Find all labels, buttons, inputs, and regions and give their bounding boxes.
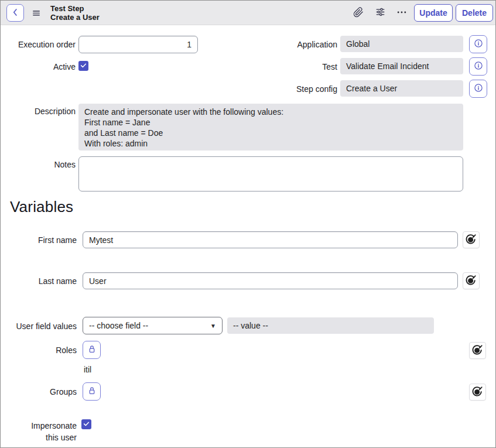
data-pill-toggle-icon: [465, 274, 477, 288]
info-icon: [473, 60, 484, 73]
step-config-label: Step config: [247, 84, 337, 94]
record-type-title: Test Step: [50, 4, 100, 13]
user-field-select[interactable]: -- choose field -- ▼: [83, 317, 223, 334]
context-menu-button[interactable]: [30, 7, 43, 20]
update-button[interactable]: Update: [414, 4, 453, 22]
info-icon: [473, 82, 484, 95]
step-config-value: Create a User: [340, 80, 463, 97]
lock-icon: [86, 385, 98, 398]
data-pill-toggle-icon: [471, 344, 484, 358]
last-name-input[interactable]: [83, 272, 458, 289]
last-name-label: Last name: [1, 276, 77, 286]
hamburger-icon: [31, 8, 42, 20]
groups-lock-button[interactable]: [83, 382, 101, 401]
first-name-data-pill-toggle-button[interactable]: [463, 231, 480, 248]
step-config-reference-info-button[interactable]: [469, 80, 487, 98]
application-label: Application: [247, 40, 337, 50]
test-label: Test: [247, 62, 337, 72]
groups-label: Groups: [1, 387, 77, 397]
info-icon: [473, 37, 484, 51]
test-value: Validate Email Incident: [340, 58, 463, 74]
last-name-data-pill-toggle-button[interactable]: [463, 272, 480, 289]
description-value: Create and impersonate user with the fol…: [78, 104, 463, 151]
roles-label: Roles: [1, 346, 77, 355]
checkmark-icon: [83, 419, 90, 430]
attachment-button[interactable]: [352, 6, 365, 19]
lock-icon: [86, 343, 98, 357]
first-name-label: First name: [1, 235, 77, 245]
paperclip-icon: [353, 7, 364, 19]
first-name-input[interactable]: [83, 231, 458, 248]
checkmark-icon: [80, 61, 87, 71]
impersonate-this-user-checkbox[interactable]: [81, 419, 91, 429]
data-pill-toggle-icon: [465, 233, 477, 247]
ellipsis-icon: [396, 6, 408, 20]
form-header: Test Step Create a User: [1, 1, 495, 25]
description-label: Description: [1, 107, 76, 117]
sliders-icon: [375, 6, 386, 19]
application-value: Global: [340, 36, 463, 52]
roles-data-pill-toggle-button[interactable]: [469, 342, 486, 359]
more-options-button[interactable]: [395, 6, 408, 19]
data-pill-toggle-icon: [471, 385, 484, 399]
execution-order-label: Execution order: [1, 40, 76, 50]
roles-lock-button[interactable]: [83, 341, 101, 359]
delete-button[interactable]: Delete: [456, 4, 493, 22]
notes-label: Notes: [1, 160, 76, 170]
user-field-value-placeholder: -- value --: [227, 317, 434, 334]
user-field-values-label: User field values: [1, 322, 77, 331]
notes-textarea[interactable]: [78, 156, 463, 191]
active-checkbox[interactable]: [78, 61, 88, 71]
variables-section-heading: Variables: [10, 198, 73, 216]
user-field-select-value: -- choose field --: [89, 321, 148, 330]
chevron-down-icon: ▼: [210, 323, 216, 329]
personalize-form-button[interactable]: [374, 6, 386, 19]
chevron-left-icon: [9, 6, 22, 20]
impersonate-this-user-label: Impersonate this user: [1, 420, 77, 443]
groups-data-pill-toggle-button[interactable]: [469, 384, 486, 401]
test-step-form-page: Test Step Create a User: [0, 0, 496, 448]
application-reference-info-button[interactable]: [469, 35, 487, 53]
execution-order-input[interactable]: [78, 36, 198, 53]
test-reference-info-button[interactable]: [469, 57, 487, 76]
back-button[interactable]: [6, 4, 24, 22]
page-title: Test Step Create a User: [50, 4, 100, 22]
roles-value: itil: [84, 365, 91, 374]
active-label: Active: [1, 62, 76, 72]
record-name-title: Create a User: [50, 13, 100, 22]
